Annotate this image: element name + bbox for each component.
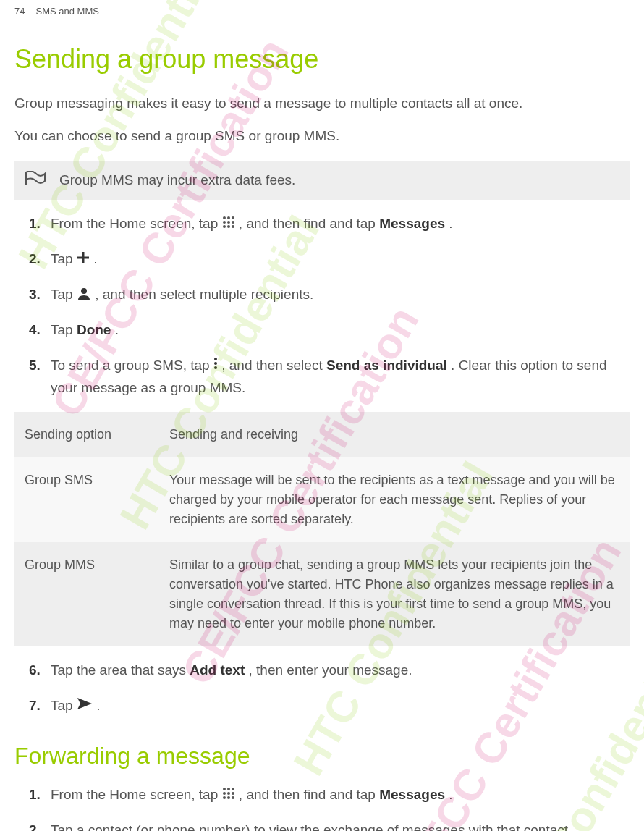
apps-grid-icon — [222, 214, 235, 235]
step-bold: Add text — [190, 662, 245, 678]
steps-list-sending: From the Home screen, tap , and then fin… — [29, 213, 630, 399]
svg-point-15 — [223, 788, 226, 790]
table-cell: Similar to a group chat, sending a group… — [159, 542, 630, 646]
step-text: . — [449, 216, 452, 231]
step-3: Tap , and then select multiple recipient… — [29, 284, 630, 306]
step-text: Tap the area that says — [51, 662, 190, 678]
plus-icon — [77, 249, 90, 271]
page-header: 74 SMS and MMS — [0, 0, 644, 22]
svg-point-21 — [223, 796, 226, 799]
step-text: To send a group SMS, tap — [51, 358, 213, 373]
svg-point-18 — [223, 792, 226, 795]
page-number: 74 — [14, 6, 25, 17]
svg-point-11 — [81, 288, 87, 294]
step-text: Tap — [51, 251, 77, 266]
step-bold: Messages — [379, 787, 445, 802]
svg-point-23 — [232, 796, 234, 799]
contact-icon — [77, 284, 91, 306]
svg-point-22 — [227, 796, 230, 799]
step-bold: Messages — [379, 216, 445, 231]
svg-point-19 — [227, 792, 230, 795]
svg-point-20 — [232, 792, 234, 795]
step-text: , and then select — [221, 358, 326, 373]
svg-point-17 — [232, 788, 234, 790]
step-text: . — [93, 251, 97, 266]
step-5: To send a group SMS, tap , and then sele… — [29, 355, 630, 400]
step-bold: Send as individual — [326, 358, 447, 373]
step-text: , then enter your message. — [249, 662, 412, 678]
step-text: Tap a contact (or phone number) to view … — [51, 822, 572, 831]
step-6: Tap the area that says Add text , then e… — [29, 659, 630, 681]
step-text: Tap — [51, 698, 77, 713]
table-cell: Group SMS — [14, 457, 159, 542]
note-flag-icon — [25, 171, 46, 190]
step-text: . — [115, 322, 119, 337]
svg-point-0 — [223, 216, 226, 219]
svg-point-12 — [214, 358, 217, 360]
step-bold: Done — [77, 322, 111, 337]
step-text: . — [449, 787, 452, 802]
svg-point-5 — [232, 221, 234, 224]
intro-text-1: Group messaging makes it easy to send a … — [14, 93, 630, 114]
step-text: Tap — [51, 287, 77, 302]
step-1: From the Home screen, tap , and then fin… — [29, 213, 630, 235]
table-header-col1: Sending option — [14, 412, 159, 457]
svg-point-2 — [232, 216, 234, 219]
table-row: Group MMS Similar to a group chat, sendi… — [14, 542, 630, 646]
table-cell: Group MMS — [14, 542, 159, 646]
step-text: Tap — [51, 322, 77, 337]
svg-point-4 — [227, 221, 230, 224]
table-cell: Your message will be sent to the recipie… — [159, 457, 630, 542]
step-text: , and then find and tap — [239, 216, 379, 231]
step-4: Tap Done . — [29, 319, 630, 341]
step-text: . — [96, 698, 100, 713]
sending-options-table: Sending option Sending and receiving Gro… — [14, 412, 630, 646]
svg-point-16 — [227, 788, 230, 790]
svg-point-14 — [214, 366, 217, 369]
svg-point-6 — [223, 225, 226, 228]
table-row: Group SMS Your message will be sent to t… — [14, 457, 630, 542]
svg-point-7 — [227, 225, 230, 228]
step-7: Tap . — [29, 695, 630, 717]
step-text: From the Home screen, tap — [51, 787, 222, 802]
step-text: , and then find and tap — [239, 787, 379, 802]
note-text: Group MMS may incur extra data fees. — [59, 172, 295, 188]
heading-sending-group: Sending a group message — [14, 44, 630, 75]
step-1: From the Home screen, tap , and then fin… — [29, 784, 630, 806]
step-text: , and then select multiple recipients. — [95, 287, 313, 302]
intro-text-2: You can choose to send a group SMS or gr… — [14, 125, 630, 147]
steps-list-forwarding: From the Home screen, tap , and then fin… — [29, 784, 630, 831]
svg-point-3 — [223, 221, 226, 224]
svg-point-8 — [232, 225, 234, 228]
step-2: Tap a contact (or phone number) to view … — [29, 819, 630, 831]
heading-forwarding: Forwarding a message — [14, 743, 630, 769]
step-2: Tap . — [29, 248, 630, 271]
page-section-label: SMS and MMS — [35, 6, 98, 17]
table-row: Sending option Sending and receiving — [14, 412, 630, 457]
steps-list-sending-continued: Tap the area that says Add text , then e… — [29, 659, 630, 717]
send-icon — [77, 695, 93, 717]
menu-dots-icon — [213, 355, 218, 376]
note-box: Group MMS may incur extra data fees. — [14, 161, 630, 200]
table-header-col2: Sending and receiving — [159, 412, 630, 457]
step-text: From the Home screen, tap — [51, 216, 222, 231]
svg-point-13 — [214, 362, 217, 365]
apps-grid-icon — [222, 785, 235, 806]
svg-point-1 — [227, 216, 230, 219]
